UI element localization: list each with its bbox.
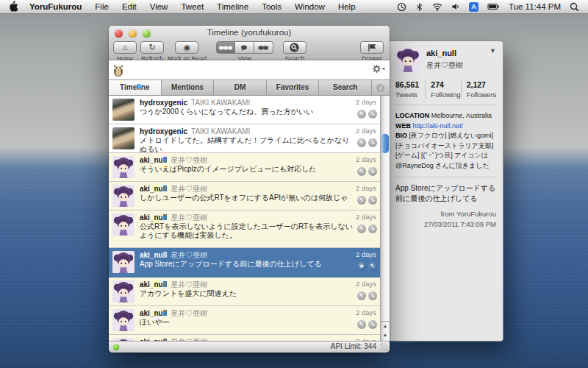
scrollbar[interactable]: ▲ ▼ — [380, 96, 390, 341]
nav-down-button[interactable]: ↘ — [368, 110, 377, 118]
bluetooth-icon[interactable] — [415, 2, 423, 12]
user-display-name: 星井♡亜樹 — [171, 309, 207, 317]
nav-down-button[interactable]: ↘ — [368, 196, 377, 205]
scrollbar-thumb[interactable] — [381, 134, 389, 153]
tweet-row[interactable]: aki_null星井♡亜樹アカウントを盛大に間違えた2 days↖↘ — [109, 277, 390, 306]
tab-favorites[interactable]: Favorites — [267, 80, 320, 95]
avatar — [112, 213, 135, 236]
stat-tweets[interactable]: 86,561Tweets — [395, 80, 425, 99]
reply-button[interactable]: ↖ — [368, 262, 377, 271]
tweet-row[interactable]: aki_null星井♡亜樹そういえばPicplzのイメージプレビューにも対応した… — [109, 153, 390, 182]
minimize-button[interactable] — [129, 29, 137, 38]
avatar — [112, 251, 135, 273]
location-label: LOCATION — [395, 112, 429, 119]
menu-bar-clock[interactable]: Tue 11:44 PM — [509, 2, 561, 11]
tweet-time: 2 days — [356, 184, 376, 192]
nav-up-button[interactable]: ↖ — [357, 138, 366, 147]
profile-stats: 86,561Tweets274Following2,127Followers — [395, 80, 496, 99]
nav-up-button[interactable]: ↖ — [357, 167, 366, 176]
nav-down-button[interactable]: ↘ — [368, 224, 377, 233]
favorite-button[interactable]: ★ — [357, 262, 366, 271]
timeline-info-button[interactable]: i — [372, 80, 390, 95]
mark-as-read-button[interactable]: ◉ Mark as Read — [168, 41, 207, 63]
view-single-segment[interactable] — [235, 41, 254, 54]
menu-item-view[interactable]: View — [143, 0, 175, 14]
menu-item-timeline[interactable]: Timeline — [210, 0, 255, 14]
scroll-up-arrow[interactable]: ▲ — [381, 322, 390, 331]
status-bar: API Limit: 344 — [109, 341, 390, 353]
drawer-button[interactable]: Drawer — [360, 41, 384, 63]
tweet-text: App Storeにアップロードする前に最後の仕上げしてる — [140, 260, 356, 269]
info-icon: i — [376, 84, 384, 92]
tweet-text: しかしユーザーの公式RTをオフにするAPIが無いのは何故じゃ — [140, 194, 356, 202]
window-controls — [115, 29, 151, 38]
nav-down-button[interactable]: ↘ — [368, 291, 377, 300]
user-screen-name: aki_null — [140, 213, 167, 222]
wifi-icon[interactable] — [432, 2, 442, 11]
tweet-row[interactable]: aki_null星井♡亜樹2 days↖↘ — [109, 335, 390, 341]
chevron-down-icon[interactable]: ▼ — [490, 47, 496, 54]
nav-up-button[interactable]: ↖ — [357, 196, 366, 205]
three-bubbles-icon — [218, 44, 233, 52]
user-screen-name: hydroxygenic — [140, 127, 187, 135]
mark-as-read-icon: ◉ — [184, 43, 191, 52]
compose-options-button[interactable]: ▾ — [372, 64, 385, 74]
tab-timeline[interactable]: Timeline — [109, 80, 162, 95]
tab-dm[interactable]: DM — [214, 80, 267, 95]
stat-followers[interactable]: 2,127Followers — [461, 80, 496, 99]
tab-search[interactable]: Search — [319, 80, 372, 95]
menu-item-edit[interactable]: Edit — [115, 0, 143, 14]
menu-item-file[interactable]: File — [88, 0, 115, 14]
volume-icon[interactable] — [451, 2, 460, 11]
tweet-header: hydroxygenicTAIKI KAWAKAMI — [140, 127, 356, 136]
home-button[interactable]: ⌂ Home — [113, 41, 137, 63]
tweet-list: hydroxygenicTAIKI KAWAKAMIつうか2000くらいになって… — [109, 96, 390, 341]
search-button[interactable]: Search — [283, 41, 306, 63]
resize-grip[interactable] — [380, 343, 388, 351]
compose-input[interactable]: ▾ — [109, 60, 390, 80]
selected-tweet-source: from YoruFukurou — [395, 210, 496, 218]
tab-mentions[interactable]: Mentions — [162, 80, 215, 95]
menu-item-tweet[interactable]: Tweet — [174, 0, 210, 14]
apple-menu[interactable] — [6, 1, 23, 13]
nav-down-button[interactable]: ↘ — [368, 138, 377, 147]
input-source-icon[interactable]: A — [469, 2, 478, 12]
user-display-name: 星井♡亜樹 — [171, 251, 207, 259]
tweet-time: 2 days — [356, 98, 376, 106]
refresh-button[interactable]: ↻ Refresh — [140, 41, 164, 63]
nav-up-button[interactable]: ↖ — [357, 320, 366, 329]
tweet-row[interactable]: aki_null星井♡亜樹しかしユーザーの公式RTをオフにするAPIが無いのは何… — [109, 182, 390, 210]
view-all-segment[interactable] — [216, 41, 235, 54]
menu-item-window[interactable]: Window — [288, 0, 331, 14]
nav-down-button[interactable]: ↘ — [368, 167, 377, 176]
close-button[interactable] — [115, 29, 123, 38]
nav-up-button[interactable]: ↖ — [357, 291, 366, 300]
tweet-row[interactable]: aki_null星井♡亜樹公式RTを表示しないように設定したユーザーのRTを表示… — [109, 210, 390, 248]
toolbar: ⌂ Home ↻ Refresh ◉ Mark as Read — [109, 40, 390, 60]
scroll-down-arrow[interactable]: ▼ — [381, 331, 390, 341]
tweet-actions: ↖↘ — [357, 167, 377, 176]
menu-item-yorufukurou[interactable]: YoruFukurou — [23, 0, 88, 14]
tweet-text: アカウントを盛大に間違えた — [140, 289, 356, 298]
user-info-drawer: aki_null 星井♡亜樹 ▼ 86,561Tweets274Followin… — [388, 40, 503, 342]
tweet-text: ほいやー — [140, 318, 356, 327]
battery-icon[interactable] — [487, 2, 500, 11]
stat-following[interactable]: 274Following — [425, 80, 460, 99]
spotlight-icon[interactable] — [570, 2, 579, 12]
menu-item-tools[interactable]: Tools — [255, 0, 288, 14]
tweet-row[interactable]: aki_null星井♡亜樹App Storeにアップロードする前に最後の仕上げし… — [109, 248, 390, 277]
tweet-row[interactable]: hydroxygenicTAIKI KAWAKAMIつうか2000くらいになって… — [109, 96, 390, 124]
tweet-row[interactable]: aki_null星井♡亜樹ほいやー2 days↖↘ — [109, 306, 390, 335]
menu-item-help[interactable]: Help — [331, 0, 362, 14]
zoom-button[interactable] — [143, 29, 151, 38]
time-machine-icon[interactable] — [397, 2, 406, 12]
view-double-segment[interactable] — [254, 41, 273, 54]
tweet-row[interactable]: hydroxygenicTAIKI KAWAKAMIメトロイドしてた。結構すすん… — [109, 124, 390, 153]
owl-account-icon — [112, 63, 124, 77]
nav-up-button[interactable]: ↖ — [357, 110, 366, 118]
web-link[interactable]: http://aki-null.net/ — [413, 122, 464, 130]
nav-down-button[interactable]: ↘ — [368, 320, 377, 329]
profile-screen-name: aki_null — [426, 49, 463, 57]
location-value: Melbourne, Australia — [431, 112, 492, 119]
nav-up-button[interactable]: ↖ — [357, 224, 366, 233]
